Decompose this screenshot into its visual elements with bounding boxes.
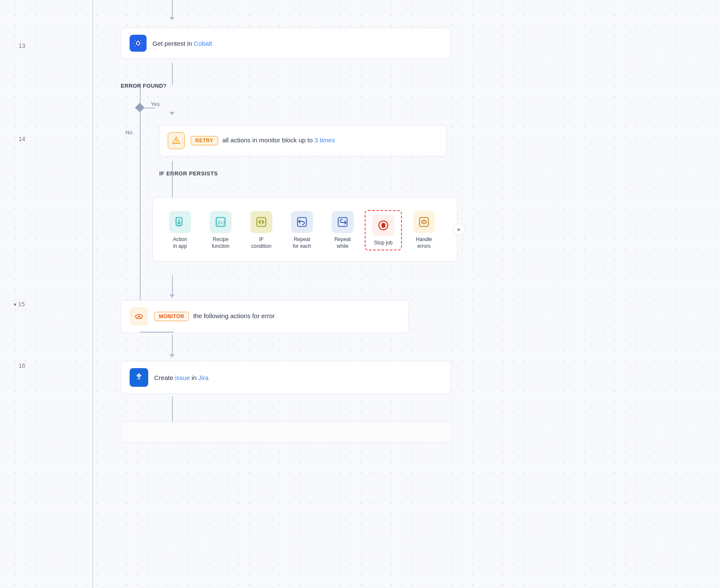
repeat-while-svg — [337, 216, 349, 228]
svg-point-2 — [176, 142, 177, 143]
step-14-text: RETRY all actions in monitor block up to… — [191, 136, 335, 145]
arrow-yes — [169, 112, 174, 115]
if-error-persists-label: IF ERROR PERSISTS — [159, 170, 218, 177]
action-picker-panel: Actionin app f(x) Recipefunction IFcondi… — [152, 197, 457, 262]
action-in-app-svg — [174, 216, 186, 228]
step-13-text: Get pentest in Cobalt — [152, 40, 212, 47]
if-condition-icon — [250, 211, 272, 233]
step-16-block: Create issue in Jira — [121, 361, 451, 394]
if-condition-label: IFcondition — [251, 236, 271, 250]
step-15-text: MONITOR the following actions for error — [154, 312, 275, 321]
connector-to-15 — [172, 275, 173, 297]
connector-after-16 — [172, 397, 173, 422]
warning-icon — [172, 136, 180, 145]
repeat-while-label: Repeatwhile — [335, 236, 351, 250]
retry-icon-wrap — [168, 132, 185, 149]
line-number-15: ▼15 — [13, 301, 25, 308]
handle-errors-label: Handleerrors — [416, 236, 432, 250]
recipe-function-svg: f(x) — [215, 216, 227, 228]
vertical-divider — [92, 0, 93, 588]
svg-point-13 — [423, 221, 425, 223]
connector-after-13 — [172, 63, 173, 85]
no-label: No — [125, 129, 133, 136]
arrow-to-15 — [169, 294, 174, 298]
top-connector — [172, 0, 173, 18]
stop-job-svg — [377, 219, 389, 231]
line-number-13: 13 — [19, 42, 25, 49]
jira-icon — [134, 372, 144, 383]
no-branch-vertical — [140, 111, 141, 331]
monitor-eye-icon — [134, 312, 144, 321]
stop-job-icon — [372, 214, 394, 236]
action-item-if-condition[interactable]: IFcondition — [243, 208, 280, 253]
action-item-stop-job[interactable]: Stop job — [365, 210, 402, 251]
repeat-while-icon — [332, 211, 354, 233]
close-picker-button[interactable]: × — [453, 224, 465, 236]
action-in-app-label: Actionin app — [173, 236, 187, 250]
svg-rect-7 — [257, 218, 266, 227]
connector-after-14 — [172, 161, 173, 197]
recipe-function-label: Recipefunction — [212, 236, 230, 250]
monitor-icon-wrap — [130, 307, 148, 326]
step-15-block: MONITOR the following actions for error — [121, 300, 409, 333]
if-condition-svg — [255, 216, 267, 228]
recipe-function-icon: f(x) — [210, 211, 232, 233]
action-item-repeat-for-each[interactable]: Repeatfor each — [283, 208, 321, 253]
stop-job-label: Stop job — [374, 240, 393, 247]
yes-connector-h — [143, 108, 155, 108]
cobalt-gear-icon — [133, 38, 143, 48]
cobalt-icon-wrap — [130, 35, 147, 52]
step-14-block: RETRY all actions in monitor block up to… — [159, 125, 447, 156]
error-found-label: ERROR FOUND? — [121, 83, 166, 89]
line-number-16: 16 — [19, 362, 25, 369]
step-16-text: Create issue in Jira — [154, 374, 208, 381]
arrow-to-16 — [169, 354, 174, 358]
step-13-block: Get pentest in Cobalt — [121, 28, 451, 59]
action-item-repeat-while[interactable]: Repeatwhile — [324, 208, 361, 253]
action-item-recipe-function[interactable]: f(x) Recipefunction — [202, 208, 239, 253]
line-number-14: 14 — [19, 136, 25, 142]
action-in-app-icon — [169, 211, 191, 233]
monitor-badge: MONITOR — [154, 312, 189, 321]
connector-after-15 — [172, 335, 173, 356]
action-item-handle-errors[interactable]: Handleerrors — [405, 208, 443, 253]
retry-badge: RETRY — [191, 136, 218, 145]
yes-label: Yes — [151, 101, 160, 107]
l-connector-h — [140, 332, 174, 333]
repeat-for-each-svg — [296, 216, 308, 228]
handle-errors-icon — [413, 211, 435, 233]
action-item-action-in-app[interactable]: Actionin app — [161, 208, 199, 253]
jira-icon-wrap — [130, 368, 148, 387]
arrow-to-step13 — [169, 17, 174, 20]
handle-errors-svg — [418, 216, 430, 228]
workflow-canvas: 13 14 ▼15 16 Get pentest in Cobalt ERROR… — [0, 0, 720, 588]
repeat-for-each-icon — [291, 211, 313, 233]
repeat-for-each-label: Repeatfor each — [293, 236, 311, 250]
svg-point-15 — [138, 316, 140, 318]
next-step-stub — [121, 422, 451, 443]
svg-text:f(x): f(x) — [218, 220, 224, 225]
